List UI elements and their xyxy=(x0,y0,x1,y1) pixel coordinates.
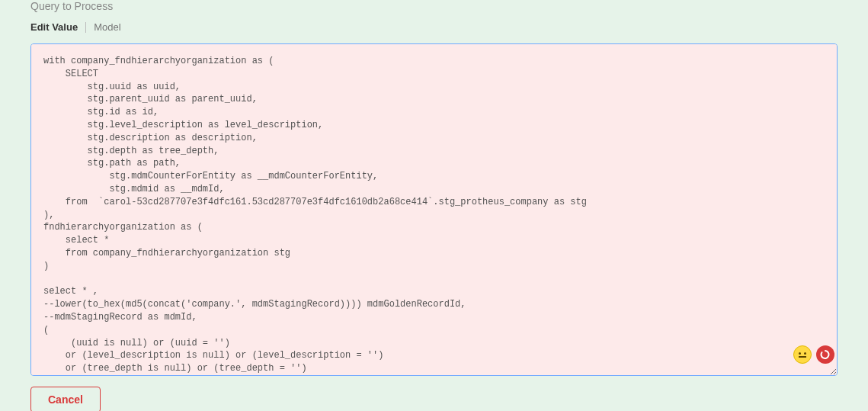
feedback-widgets xyxy=(793,345,834,364)
neutral-face-icon[interactable] xyxy=(793,345,812,364)
query-editor[interactable]: with company_fndhierarchyorganization as… xyxy=(30,43,838,376)
tab-edit-value[interactable]: Edit Value xyxy=(30,18,78,36)
tabs-row: Edit Value Model xyxy=(30,18,838,36)
button-row: Cancel xyxy=(30,387,838,411)
cancel-button[interactable]: Cancel xyxy=(30,387,101,411)
tab-divider xyxy=(85,22,86,33)
tab-model[interactable]: Model xyxy=(94,18,120,36)
page-title: Query to Process xyxy=(30,0,838,12)
record-icon[interactable] xyxy=(816,345,834,364)
editor-content[interactable]: with company_fndhierarchyorganization as… xyxy=(43,55,825,376)
